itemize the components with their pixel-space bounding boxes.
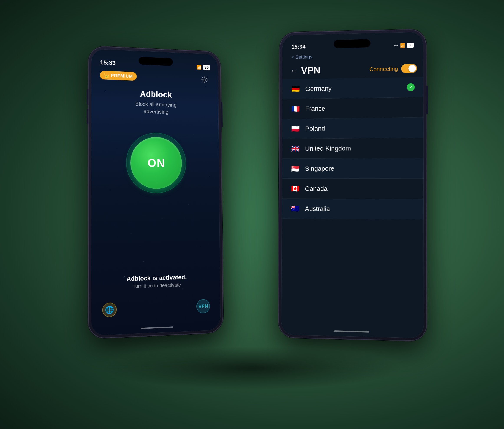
bottom-status: Adblock is activated. Turn it on to deac… — [91, 273, 220, 290]
flag-australia: 🇦🇺 — [290, 203, 300, 214]
country-name-australia: Australia — [305, 205, 330, 212]
dynamic-island-left — [139, 57, 173, 66]
country-item-poland[interactable]: 🇵🇱 Poland — [282, 117, 424, 139]
country-name-poland: Poland — [305, 125, 325, 132]
phones-container: 15:33 📶 30 👑 PREMIUM Adblock — [78, 30, 426, 399]
wifi-icon: 📶 — [196, 65, 202, 70]
settings-back-text[interactable]: < Settings — [292, 54, 312, 60]
settings-icon[interactable] — [200, 74, 210, 85]
globe-icon-button[interactable]: 🌐 — [102, 303, 116, 317]
dynamic-island-right — [334, 39, 371, 48]
vpn-label: VPN — [198, 303, 208, 309]
country-item-singapore[interactable]: 🇸🇬 Singapore — [282, 158, 424, 179]
time-right: 15:34 — [292, 44, 306, 50]
bottom-icons: 🌐 VPN — [91, 299, 220, 318]
country-item-uk[interactable]: 🇬🇧 United Kingdom — [282, 138, 424, 159]
flag-poland: 🇵🇱 — [290, 124, 301, 134]
globe-icon: 🌐 — [105, 305, 114, 314]
premium-badge[interactable]: 👑 PREMIUM — [100, 71, 137, 81]
adblock-title: Adblock — [140, 89, 172, 100]
vpn-toggle[interactable] — [401, 64, 417, 73]
country-item-france[interactable]: 🇫🇷 France — [282, 97, 424, 119]
country-name-uk: United Kingdom — [305, 145, 351, 152]
home-indicator-left — [141, 326, 173, 329]
on-button-container[interactable]: ON — [126, 132, 186, 193]
volume-up-button — [87, 89, 88, 105]
vpn-icon-button[interactable]: VPN — [196, 299, 210, 313]
premium-label: PREMIUM — [111, 73, 133, 79]
right-phone-screen: 15:34 ••• 📶 30 < Settings ← VPN Conne — [281, 32, 424, 338]
country-name-canada: Canada — [305, 185, 327, 192]
country-item-germany[interactable]: 🇩🇪 Germany ✓ — [282, 77, 424, 99]
on-button-outer: ON — [126, 132, 186, 193]
battery-label: 30 — [203, 65, 210, 70]
connecting-label: Connecting — [369, 65, 398, 72]
adblock-section: Adblock Block all annoyingadvertising — [91, 88, 219, 116]
on-button-text: ON — [148, 156, 165, 169]
wifi-icon-right: 📶 — [400, 43, 405, 48]
vpn-title: VPN — [301, 64, 369, 76]
power-button — [221, 102, 223, 127]
battery-right: 30 — [407, 43, 414, 48]
vpn-header: ← VPN Connecting — [282, 60, 424, 79]
crown-icon: 👑 — [104, 72, 109, 78]
phone-right: 15:34 ••• 📶 30 < Settings ← VPN Conne — [278, 29, 427, 341]
vpn-screen: ← VPN Connecting 🇩🇪 Germany — [281, 51, 424, 338]
status-icons-right: ••• 📶 30 — [394, 43, 414, 48]
country-name-france: France — [305, 105, 325, 112]
flag-canada: 🇨🇦 — [290, 183, 300, 194]
signal-dots-icon: ••• — [394, 43, 398, 48]
flag-uk: 🇬🇧 — [290, 143, 301, 154]
country-name-singapore: Singapore — [305, 165, 334, 172]
country-name-germany: Germany — [305, 85, 331, 92]
volume-down-button — [87, 109, 88, 125]
adblock-subtitle: Block all annoyingadvertising — [135, 100, 177, 116]
flag-france: 🇫🇷 — [291, 104, 301, 114]
selected-check-germany: ✓ — [407, 83, 415, 91]
back-arrow-button[interactable]: ← — [290, 66, 298, 75]
flag-singapore: 🇸🇬 — [290, 163, 301, 174]
power-button-right — [426, 86, 428, 114]
status-icons-left: 📶 30 — [196, 64, 210, 70]
on-button-inner: ON — [130, 137, 182, 189]
left-phone-screen: 15:33 📶 30 👑 PREMIUM Adblock — [91, 49, 221, 336]
connecting-row: Connecting — [369, 64, 417, 74]
svg-point-0 — [204, 79, 206, 81]
country-item-australia[interactable]: 🇦🇺 Australia — [282, 199, 424, 220]
phone-left: 15:33 📶 30 👑 PREMIUM Adblock — [88, 46, 223, 339]
time-left: 15:33 — [100, 59, 116, 67]
country-item-canada[interactable]: 🇨🇦 Canada — [282, 179, 424, 199]
flag-germany: 🇩🇪 — [291, 84, 301, 94]
country-list: 🇩🇪 Germany ✓ 🇫🇷 France 🇵🇱 Poland — [281, 77, 424, 339]
toggle-knob — [408, 65, 416, 72]
